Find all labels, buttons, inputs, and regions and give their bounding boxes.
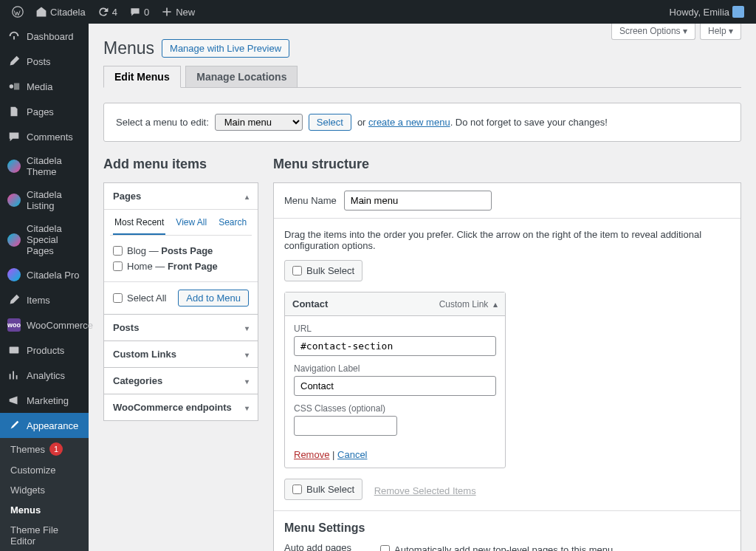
accordion-pages-header[interactable]: Pages bbox=[104, 183, 258, 210]
menu-citadela-theme[interactable]: Citadela Theme bbox=[0, 149, 89, 183]
menu-name-label: Menu Name bbox=[284, 195, 337, 206]
nav-label: Navigation Label bbox=[294, 363, 496, 374]
svg-point-1 bbox=[10, 84, 13, 88]
chevron-down-icon bbox=[245, 349, 249, 360]
admin-bar: Citadela 4 0 New Howdy, Emilia bbox=[0, 0, 756, 24]
help-button[interactable]: Help ▾ bbox=[700, 24, 741, 40]
avatar bbox=[732, 6, 744, 18]
accordion-posts: Posts bbox=[103, 315, 258, 341]
site-name[interactable]: Citadela bbox=[30, 0, 92, 24]
url-input[interactable] bbox=[294, 336, 496, 356]
select-menu-button[interactable]: Select bbox=[309, 114, 351, 131]
page-item-home-check[interactable] bbox=[113, 261, 123, 271]
add-new[interactable]: New bbox=[155, 0, 201, 24]
menu-citadela-special-label: Citadela Special Pages bbox=[27, 223, 81, 256]
menu-products[interactable]: Products bbox=[0, 338, 89, 363]
tab-manage-locations[interactable]: Manage Locations bbox=[185, 66, 298, 87]
remove-item-link[interactable]: Remove bbox=[294, 449, 329, 460]
themes-badge: 1 bbox=[49, 442, 63, 456]
tab-edit-menus[interactable]: Edit Menus bbox=[103, 66, 181, 88]
menu-name-input[interactable] bbox=[344, 191, 492, 211]
wp-logo[interactable] bbox=[6, 0, 30, 24]
select-menu-label: Select a menu to edit: bbox=[116, 117, 209, 128]
page-item-blog[interactable]: Blog — Posts Page bbox=[113, 243, 249, 259]
menu-media[interactable]: Media bbox=[0, 74, 89, 99]
submenu-themes[interactable]: Themes1 bbox=[0, 438, 89, 460]
menu-products-label: Products bbox=[27, 345, 64, 356]
nav-input[interactable] bbox=[294, 376, 496, 396]
menu-settings-heading: Menu Settings bbox=[284, 521, 730, 535]
menu-posts[interactable]: Posts bbox=[0, 49, 89, 74]
screen-meta: Screen Options ▾ Help ▾ bbox=[611, 24, 741, 40]
screen-options-button[interactable]: Screen Options ▾ bbox=[611, 24, 695, 40]
submenu-menus[interactable]: Menus bbox=[0, 500, 89, 520]
menu-citadela-listing-label: Citadela Listing bbox=[27, 189, 81, 211]
submenu-theme-editor[interactable]: Theme File Editor bbox=[0, 520, 89, 551]
chevron-down-icon bbox=[245, 322, 249, 333]
accordion-categories: Categories bbox=[103, 368, 258, 394]
add-items-heading: Add menu items bbox=[103, 157, 258, 172]
page-item-home[interactable]: Home — Front Page bbox=[113, 259, 249, 274]
pages-tab-recent[interactable]: Most Recent bbox=[113, 214, 165, 235]
chevron-up-icon bbox=[245, 191, 249, 202]
menu-items[interactable]: Items bbox=[0, 287, 89, 312]
css-input[interactable] bbox=[294, 416, 397, 436]
manage-preview-button[interactable]: Manage with Live Preview bbox=[162, 39, 289, 58]
menu-item-head[interactable]: Contact Custom Link ▴ bbox=[285, 292, 505, 316]
create-menu-link[interactable]: create a new menu bbox=[368, 117, 450, 128]
menu-analytics-label: Analytics bbox=[27, 370, 65, 381]
chevron-down-icon bbox=[245, 402, 249, 413]
menu-settings: Menu Settings Auto add pages Automatical… bbox=[274, 510, 740, 551]
citadela-icon bbox=[7, 268, 21, 281]
menu-appearance[interactable]: Appearance bbox=[0, 413, 89, 438]
menu-marketing[interactable]: Marketing bbox=[0, 388, 89, 413]
citadela-icon bbox=[7, 194, 21, 207]
menu-appearance-label: Appearance bbox=[27, 420, 78, 431]
menu-select[interactable]: Main menu bbox=[215, 114, 303, 131]
menu-woocommerce[interactable]: wooWooCommerce bbox=[0, 312, 89, 338]
accordion-categories-header[interactable]: Categories bbox=[104, 368, 258, 394]
citadela-icon bbox=[7, 160, 21, 173]
pages-tab-all[interactable]: View All bbox=[174, 214, 208, 235]
page-item-blog-check[interactable] bbox=[113, 246, 123, 256]
accordion-woo-header[interactable]: WooCommerce endpoints bbox=[104, 394, 258, 420]
accordion-woocommerce-endpoints: WooCommerce endpoints bbox=[103, 394, 258, 421]
my-account[interactable]: Howdy, Emilia bbox=[664, 0, 750, 24]
menu-items-label: Items bbox=[27, 295, 50, 306]
menu-citadela-special[interactable]: Citadela Special Pages bbox=[0, 217, 89, 262]
comments-count[interactable]: 0 bbox=[123, 0, 155, 24]
menu-comments[interactable]: Comments bbox=[0, 124, 89, 149]
bulk-select-top[interactable]: Bulk Select bbox=[284, 260, 362, 281]
accordion-pages: Pages Most Recent View All Search Blog —… bbox=[103, 182, 258, 315]
menu-pages-label: Pages bbox=[27, 106, 54, 117]
updates[interactable]: 4 bbox=[92, 0, 123, 24]
css-label: CSS Classes (optional) bbox=[294, 403, 496, 414]
menu-select-bar: Select a menu to edit: Main menu Select … bbox=[103, 103, 741, 142]
submenu-customize[interactable]: Customize bbox=[0, 460, 89, 480]
menu-posts-label: Posts bbox=[27, 56, 51, 67]
accordion-custom-links-header[interactable]: Custom Links bbox=[104, 341, 258, 367]
menu-dashboard[interactable]: Dashboard bbox=[0, 24, 89, 49]
accordion-custom-links: Custom Links bbox=[103, 341, 258, 368]
menu-analytics[interactable]: Analytics bbox=[0, 363, 89, 388]
add-to-menu-button[interactable]: Add to Menu bbox=[178, 290, 249, 307]
menu-citadela-pro[interactable]: Citadela Pro bbox=[0, 262, 89, 287]
menu-pages[interactable]: Pages bbox=[0, 99, 89, 124]
url-label: URL bbox=[294, 324, 496, 334]
select-all-pages[interactable]: Select All bbox=[113, 290, 166, 306]
cancel-item-link[interactable]: Cancel bbox=[337, 449, 367, 460]
admin-sidebar: Dashboard Posts Media Pages Comments Cit… bbox=[0, 24, 89, 551]
select-all-pages-check[interactable] bbox=[113, 293, 123, 303]
submenu-widgets[interactable]: Widgets bbox=[0, 480, 89, 500]
drag-hint: Drag the items into the order you prefer… bbox=[284, 229, 730, 251]
auto-add-check[interactable]: Automatically add new top-level pages to… bbox=[380, 542, 730, 551]
appearance-submenu: Themes1 Customize Widgets Menus Theme Fi… bbox=[0, 438, 89, 551]
menu-citadela-listing[interactable]: Citadela Listing bbox=[0, 183, 89, 217]
remove-selected-link[interactable]: Remove Selected Items bbox=[374, 485, 476, 496]
menu-comments-label: Comments bbox=[27, 131, 73, 143]
pages-tab-search[interactable]: Search bbox=[217, 214, 248, 235]
accordion-posts-header[interactable]: Posts bbox=[104, 315, 258, 340]
bulk-select-bottom[interactable]: Bulk Select bbox=[284, 479, 362, 500]
woocommerce-icon: woo bbox=[7, 318, 21, 332]
menu-item-contact: Contact Custom Link ▴ URL Navigation Lab… bbox=[284, 292, 506, 468]
